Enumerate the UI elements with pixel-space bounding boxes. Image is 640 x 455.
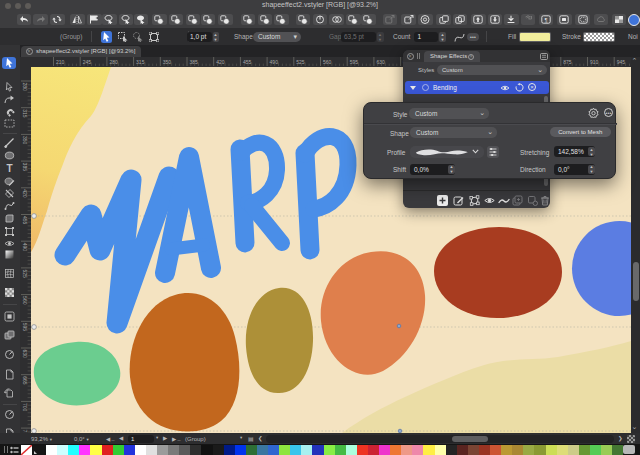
- svg-text:595: 595: [350, 59, 359, 65]
- svg-text:490: 490: [270, 59, 279, 65]
- svg-text:910: 910: [590, 59, 599, 65]
- svg-text:350: 350: [22, 136, 28, 145]
- svg-text:350: 350: [163, 59, 172, 65]
- svg-text:¶: ¶: [545, 16, 548, 22]
- svg-text:525: 525: [22, 269, 28, 278]
- svg-text:560: 560: [323, 59, 332, 65]
- svg-text:595: 595: [22, 323, 28, 332]
- svg-text:630: 630: [376, 59, 385, 65]
- svg-text:490: 490: [22, 243, 28, 252]
- svg-text:560: 560: [22, 296, 28, 305]
- svg-text:700: 700: [22, 403, 28, 412]
- svg-text:245: 245: [83, 59, 92, 65]
- svg-text:210: 210: [56, 59, 65, 65]
- svg-text:945: 945: [617, 59, 626, 65]
- svg-text:385: 385: [22, 163, 28, 172]
- svg-text:875: 875: [563, 59, 572, 65]
- svg-text:T: T: [6, 163, 12, 174]
- svg-text:280: 280: [22, 83, 28, 92]
- svg-text:420: 420: [216, 59, 225, 65]
- svg-text:630: 630: [22, 350, 28, 359]
- svg-text:665: 665: [22, 376, 28, 385]
- svg-text:455: 455: [243, 59, 252, 65]
- svg-text:525: 525: [296, 59, 305, 65]
- svg-text:455: 455: [22, 216, 28, 225]
- svg-text:420: 420: [22, 189, 28, 198]
- svg-text:385: 385: [190, 59, 199, 65]
- svg-text:315: 315: [136, 59, 145, 65]
- svg-text:280: 280: [109, 59, 118, 65]
- svg-text:315: 315: [22, 109, 28, 118]
